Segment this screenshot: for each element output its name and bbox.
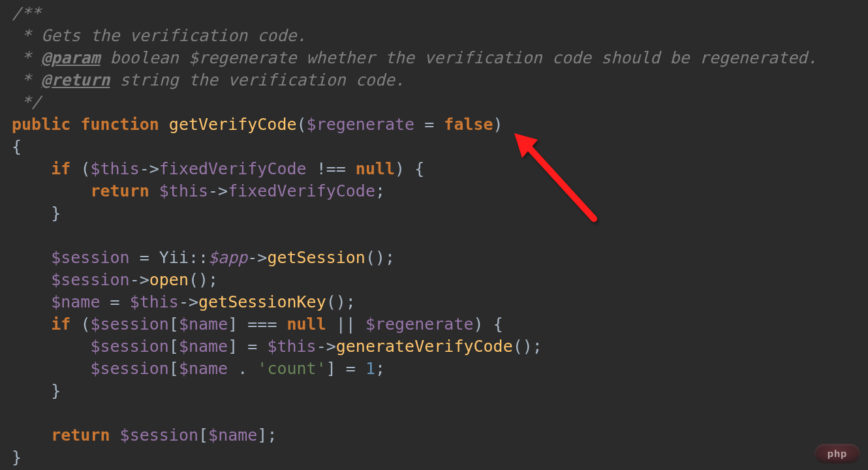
generate-assign: $session[$name] = $this->generateVerifyC… [90,337,542,356]
docblock-close: */ [12,93,41,112]
session-open: $session->open(); [51,270,218,289]
brace-close-if2: } [51,381,61,400]
watermark-badge: php [814,444,860,463]
param-regenerate: $regenerate [307,115,415,134]
name-assign: $name = $this->getSessionKey(); [51,292,356,311]
doc-line-3: * @return string the verification code. [12,70,405,89]
code-block: /** * Gets the verification code. * @par… [0,0,868,469]
return-fixed: return $this->fixedVerifyCode; [90,181,385,200]
function-signature: public function getVerifyCode($regenerat… [12,115,503,134]
doc-line-2: * @param boolean $regenerate whether the… [12,48,817,67]
brace-open: { [12,137,22,156]
if-regenerate: if ($session[$name] === null || $regener… [51,315,503,334]
return-session: return $session[$name]; [51,426,277,445]
function-name: getVerifyCode [169,115,297,134]
brace-close-if1: } [51,204,61,223]
doc-line-1: * Gets the verification code. [12,26,307,45]
docblock-open: /** [12,4,41,23]
doc-tag-return: @return [41,70,110,89]
session-assign: $session = Yii::$app->getSession(); [51,248,395,267]
count-assign: $session[$name . 'count'] = 1; [90,359,385,378]
brace-close: } [12,448,22,467]
doc-tag-param: @param [41,48,100,67]
if-fixed-check: if ($this->fixedVerifyCode !== null) { [51,159,424,178]
